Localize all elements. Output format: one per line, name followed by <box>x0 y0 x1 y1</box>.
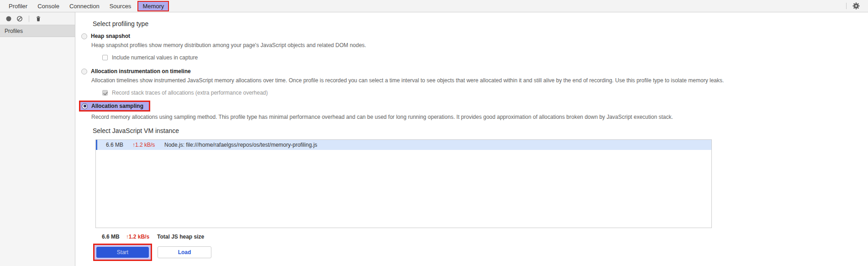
profiles-header: Profiles <box>0 25 75 37</box>
vm-heap-size: 6.6 MB <box>106 142 127 148</box>
start-button[interactable]: Start <box>96 247 149 258</box>
vm-allocation-rate: ↑1.2 kB/s <box>132 142 158 148</box>
record-icon[interactable] <box>4 14 13 23</box>
vm-instance-row-selected[interactable]: 6.6 MB ↑1.2 kB/s Node.js: file:///home/r… <box>96 140 711 150</box>
record-stack-traces-row: Record stack traces of allocations (extr… <box>102 90 859 96</box>
radio-icon-allocation-sampling[interactable] <box>82 103 88 109</box>
include-numerical-values-label: Include numerical values in capture <box>112 54 198 61</box>
toolbar-divider <box>29 16 29 22</box>
allocation-sampling-description: Record memory allocations using sampling… <box>91 114 859 120</box>
top-tab-bar: Profiler Console Connection Sources Memo… <box>0 0 868 12</box>
checkbox-icon-include-numerical[interactable] <box>102 55 108 60</box>
profiles-sidebar: Profiles <box>0 12 75 266</box>
clear-icon[interactable] <box>15 14 24 23</box>
vm-instance-list: 6.6 MB ↑1.2 kB/s Node.js: file:///home/r… <box>95 139 712 228</box>
total-heap-size: 6.6 MB <box>102 234 120 240</box>
tabbar-divider <box>846 3 847 9</box>
total-heap-row: 6.6 MB ↑1.2 kB/s Total JS heap size <box>102 234 859 240</box>
tab-memory-selected-annotation[interactable]: Memory <box>137 1 169 11</box>
profiling-type-heading: Select profiling type <box>93 20 859 27</box>
vm-instance-heading: Select JavaScript VM instance <box>93 127 859 134</box>
record-stack-traces-label: Record stack traces of allocations (extr… <box>112 90 268 96</box>
trash-icon[interactable] <box>34 14 43 23</box>
memory-panel: Select profiling type Heap snapshot Heap… <box>76 12 868 266</box>
allocation-timeline-label: Allocation instrumentation on timeline <box>91 68 191 74</box>
tab-sources[interactable]: Sources <box>105 0 137 12</box>
tab-connection[interactable]: Connection <box>64 0 105 12</box>
checkbox-icon-record-stack-traces <box>102 90 108 96</box>
profiles-toolbar <box>0 12 75 25</box>
total-heap-label: Total JS heap size <box>157 234 204 240</box>
radio-icon-allocation-timeline[interactable] <box>81 69 87 74</box>
tab-profiler[interactable]: Profiler <box>4 0 32 12</box>
action-buttons-row: Start Load <box>93 244 859 261</box>
include-numerical-values-row[interactable]: Include numerical values in capture <box>102 54 859 61</box>
vm-instance-name: Node.js: file:///home/rafaelgss/repos/os… <box>164 142 317 148</box>
start-button-annotation: Start <box>93 244 152 261</box>
radio-heap-snapshot[interactable]: Heap snapshot <box>81 33 859 39</box>
load-button[interactable]: Load <box>158 246 211 258</box>
allocation-timeline-description: Allocation timelines show instrumented J… <box>91 77 859 84</box>
radio-icon-heap-snapshot[interactable] <box>81 33 87 39</box>
radio-allocation-timeline[interactable]: Allocation instrumentation on timeline <box>81 68 859 74</box>
total-allocation-rate: ↑1.2 kB/s <box>126 234 149 240</box>
radio-allocation-sampling-annotation[interactable]: Allocation sampling <box>79 101 150 112</box>
heap-snapshot-label: Heap snapshot <box>91 33 130 39</box>
tab-console[interactable]: Console <box>32 0 64 12</box>
gear-icon[interactable] <box>852 1 861 11</box>
heap-snapshot-description: Heap snapshot profiles show memory distr… <box>91 42 859 48</box>
allocation-sampling-label: Allocation sampling <box>91 103 143 109</box>
